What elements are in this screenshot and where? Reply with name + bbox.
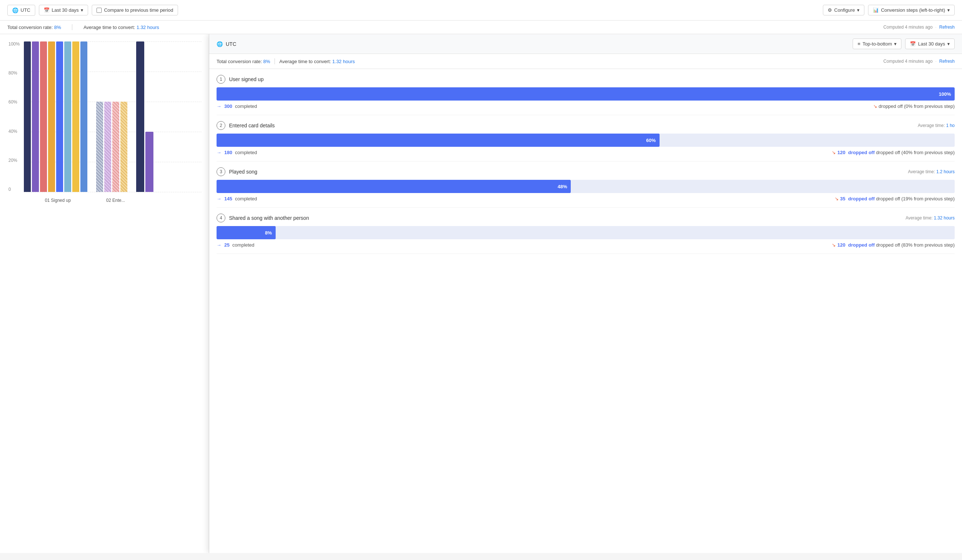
compare-label: Compare to previous time period (104, 7, 173, 13)
bar-2-1 (96, 102, 103, 192)
orientation-icon: ≡ (857, 41, 860, 47)
arrow-right-icon-2: → (216, 150, 221, 155)
conversion-steps-button[interactable]: 📊 Conversion steps (left-to-right) ▾ (868, 5, 955, 15)
step-2-title: Entered card details (229, 123, 918, 128)
conversion-rate-stat: Total conversion rate: 8% (7, 24, 61, 30)
avg-time-value: 1.32 hours (137, 24, 159, 30)
utc-label: UTC (21, 7, 31, 13)
overlay-avg-time-label: Average time to convert: (279, 59, 331, 64)
overlay-dot-sep: · (935, 59, 936, 64)
step-3-metrics: → 145 completed ↘ 35 dropped off dropped… (216, 196, 955, 202)
step-2-completed-count: 180 (224, 150, 232, 155)
overlay-stats-right: Computed 4 minutes ago · Refresh (883, 59, 955, 64)
chevron-down-icon-overlay: ▾ (894, 41, 897, 47)
arrow-right-icon-3: → (216, 196, 221, 202)
arrow-right-icon-1: → (216, 103, 221, 109)
x-axis-labels: 01 Signed up 02 Ente... (24, 198, 139, 203)
conversion-rate-label: Total conversion rate: (7, 24, 53, 30)
overlay-header-right: ≡ Top-to-bottom ▾ 📅 Last 30 days ▾ (852, 39, 955, 49)
chart-icon: 📊 (873, 7, 879, 13)
arrow-right-icon-4: → (216, 242, 221, 248)
bar-1-2 (32, 42, 39, 192)
stats-computed: Computed 4 minutes ago · Refresh (883, 24, 955, 30)
y-label-80: 80% (8, 71, 20, 76)
configure-button[interactable]: ⚙ Configure ▾ (823, 5, 864, 15)
step-4-number: 4 (216, 213, 225, 223)
orientation-label: Top-to-bottom (862, 41, 892, 47)
orientation-button[interactable]: ≡ Top-to-bottom ▾ (852, 39, 901, 49)
y-label-0: 0 (8, 187, 20, 192)
step-4-completed-label: completed (231, 242, 254, 248)
stats-bar: Total conversion rate: 8% Average time t… (0, 21, 962, 34)
step-4-avg-time: Average time: 1.32 hours (906, 215, 955, 221)
stat-divider (72, 24, 72, 30)
overlay-avg-time-value: 1.32 hours (332, 59, 355, 64)
y-label-60: 60% (8, 100, 20, 105)
utc-selector[interactable]: 🌐 UTC (7, 5, 35, 16)
avg-time-label: Average time to convert: (83, 24, 135, 30)
step-2-dropped-label: dropped off dropped off (40% from previo… (847, 150, 955, 155)
step-4-progress-container: 8% (216, 226, 955, 239)
date-range-selector[interactable]: 📅 Last 30 days ▾ (39, 5, 89, 15)
funnel-step-3: 3 Played song Average time: 1.2 hours 48… (216, 161, 955, 208)
overlay-date-range[interactable]: 📅 Last 30 days ▾ (905, 39, 955, 49)
dropped-icon-1: ↘ (873, 103, 877, 109)
step-3-title: Played song (229, 169, 908, 175)
step-2-progress-container: 60% (216, 134, 955, 147)
overlay-refresh-link[interactable]: Refresh (939, 59, 955, 64)
funnel-steps: 1 User signed up 100% → 300 completed (209, 69, 962, 261)
step-1-dropped: ↘ dropped off (0% from previous step) (873, 103, 955, 109)
overlay-conversion-label: Total conversion rate: (216, 59, 262, 64)
step-2-completed-label: completed (234, 150, 257, 155)
step-1-header: 1 User signed up (216, 75, 955, 84)
y-label-40: 40% (8, 129, 20, 134)
date-range-label: Last 30 days (52, 7, 79, 13)
dot-separator: · (935, 24, 936, 30)
step-4-completed-count: 25 (224, 242, 229, 248)
step-4-title: Shared a song with another person (229, 215, 906, 221)
step-3-number: 3 (216, 167, 225, 176)
overlay-utc-label: UTC (226, 41, 236, 47)
dropped-icon-4: ↘ (832, 242, 836, 248)
bar-highlight-2 (145, 132, 153, 192)
bar-1-6 (64, 42, 71, 192)
refresh-link[interactable]: Refresh (939, 24, 955, 30)
step-1-number: 1 (216, 75, 225, 84)
step-3-avg-time: Average time: 1.2 hours (908, 169, 955, 174)
step-1-completed-count: 300 (224, 103, 232, 109)
bars-group-1 (24, 42, 153, 192)
bar-2-2 (104, 102, 111, 192)
overlay-globe-icon: 🌐 (216, 41, 223, 47)
step-2-metrics: → 180 completed ↘ 120 dropped off droppe… (216, 150, 955, 155)
y-label-20: 20% (8, 158, 20, 163)
step-4-metrics: → 25 completed ↘ 120 dropped off dropped… (216, 242, 955, 248)
step-2-header: 2 Entered card details Average time: 1 h… (216, 121, 955, 130)
step-2-completed: → 180 completed (216, 150, 832, 155)
y-label-100: 100% (8, 42, 20, 47)
bar-1-1 (24, 42, 31, 192)
overlay-stats-left: Total conversion rate: 8% Average time t… (216, 58, 883, 64)
step-4-header: 4 Shared a song with another person Aver… (216, 213, 955, 223)
step-2-number: 2 (216, 121, 225, 130)
x-label-2: 02 Ente... (92, 198, 139, 203)
step-3-completed: → 145 completed (216, 196, 834, 202)
step-4-percent: 8% (265, 230, 272, 236)
step-4-dropped-label: dropped off dropped off (83% from previo… (847, 242, 955, 248)
step-1-progress-fill: 100% (216, 87, 955, 100)
step-3-completed-label: completed (234, 196, 257, 202)
chart-area: 100% 80% 60% 40% 20% 0 (0, 34, 209, 553)
overlay-header-left: 🌐 UTC (216, 41, 848, 47)
step-1-title: User signed up (229, 76, 955, 82)
bar-1-3 (40, 42, 47, 192)
step-1-percent: 100% (939, 91, 951, 97)
dropped-icon-3: ↘ (834, 196, 839, 202)
step-1-dropped-label: dropped off (0% from previous step) (879, 103, 955, 109)
grid-0 (24, 192, 202, 192)
bar-1-5 (56, 42, 63, 192)
calendar-icon-overlay: 📅 (910, 41, 916, 47)
chevron-down-icon-overlay-2: ▾ (947, 41, 950, 47)
funnel-step-4: 4 Shared a song with another person Aver… (216, 208, 955, 254)
compare-button[interactable]: Compare to previous time period (92, 5, 178, 15)
overlay-panel: 🌐 UTC ≡ Top-to-bottom ▾ 📅 Last 30 days ▾ (209, 34, 962, 553)
bar-2-4 (120, 102, 128, 192)
